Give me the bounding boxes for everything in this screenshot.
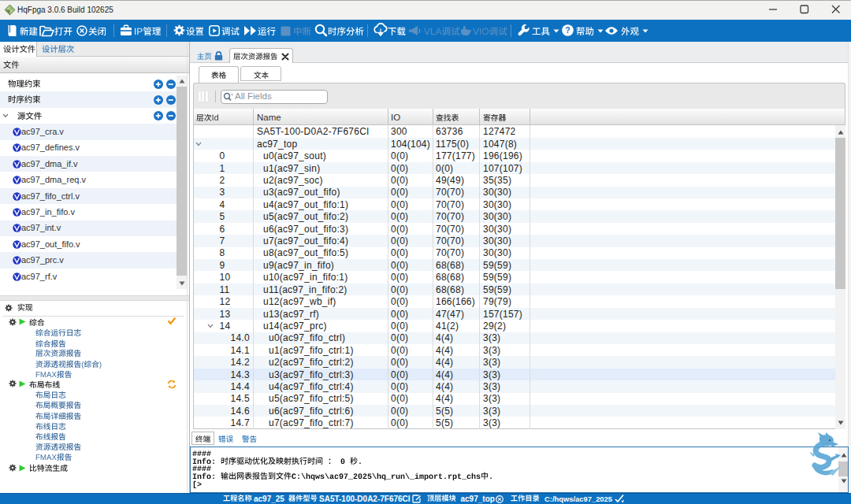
- svg-text:?: ?: [565, 25, 570, 35]
